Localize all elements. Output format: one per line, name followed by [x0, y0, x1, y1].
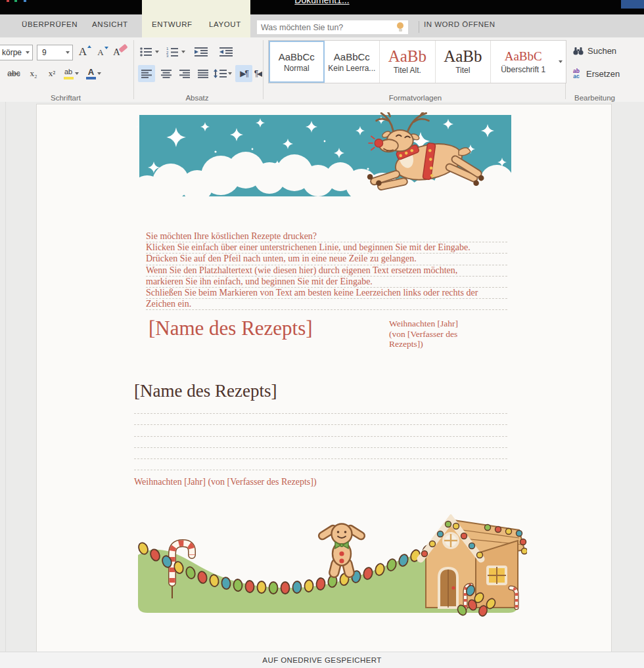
ltr-paragraph-button[interactable]: ▶¶: [235, 65, 252, 82]
decrease-indent-icon: [195, 47, 208, 57]
highlight-button[interactable]: ab: [62, 66, 81, 81]
tab-ansicht[interactable]: ANSICHT: [92, 20, 128, 32]
chevron-down-icon[interactable]: [155, 51, 159, 53]
blank-line[interactable]: [134, 437, 507, 448]
blank-line[interactable]: [134, 403, 507, 414]
align-left-icon: [141, 70, 152, 78]
document-title[interactable]: Dokument1...: [0, 0, 644, 5]
document-canvas: Sie möchten Ihre köstlichen Rezepte druc…: [0, 102, 644, 652]
caret-up-icon: [87, 45, 91, 48]
superscript-icon: x²: [49, 68, 55, 79]
line-spacing-button[interactable]: [213, 65, 233, 82]
shrink-font-button[interactable]: A: [95, 45, 110, 60]
style-sample: AaBb: [444, 49, 482, 64]
word-online-window: Dokument1... ÜBERPRÜFEN ANSICHT ENTWURF …: [0, 0, 644, 668]
chevron-down-icon: [559, 60, 563, 63]
recipe-title-placeholder[interactable]: [Name des Rezepts]: [149, 317, 313, 340]
style-card-no-spacing[interactable]: AaBbCc Kein Leerra...: [325, 41, 380, 83]
byline-right[interactable]: Weihnachten [Jahr] (von [Verfasser des R…: [389, 319, 458, 349]
font-name-combo[interactable]: körpe: [0, 45, 33, 60]
style-card-heading1[interactable]: AaBbC Überschrift 1: [491, 41, 555, 83]
styles-gallery-more-button[interactable]: [555, 41, 566, 83]
byline-line[interactable]: Rezepts]): [389, 339, 458, 349]
status-bar: AUF ONEDRIVE GESPEICHERT: [0, 652, 644, 668]
align-right-button[interactable]: [176, 65, 193, 82]
eraser-icon: [118, 43, 127, 53]
font-color-icon: A: [88, 67, 94, 77]
blank-line[interactable]: [134, 448, 507, 459]
style-card-title-alt[interactable]: AaBb Titel Alt.: [380, 41, 436, 83]
replace-button[interactable]: ab ac Ersetzen: [570, 66, 620, 81]
highlight-color-bar: [64, 77, 74, 79]
byline-line[interactable]: (von [Verfasser des: [389, 329, 458, 340]
instruction-paragraphs[interactable]: Sie möchten Ihre köstlichen Rezepte druc…: [146, 231, 507, 310]
instruction-line[interactable]: markieren Sie ihn einfach, und beginnen …: [146, 277, 507, 288]
tab-ueberpruefen[interactable]: ÜBERPRÜFEN: [22, 20, 78, 32]
increase-indent-button[interactable]: [217, 44, 235, 60]
superscript-button[interactable]: x²: [43, 66, 60, 81]
line-spacing-icon: [214, 69, 227, 78]
subscript-icon: x₂: [30, 68, 37, 79]
group-label-font: Schriftart: [13, 94, 118, 102]
open-in-word-button[interactable]: IN WORD ÖFFNEN: [424, 20, 495, 32]
replace-label: Ersetzen: [586, 69, 620, 79]
style-name: Überschrift 1: [501, 65, 545, 74]
subscript-button[interactable]: x₂: [25, 66, 42, 81]
blank-line[interactable]: [134, 459, 507, 470]
byline-bottom[interactable]: Weihnachten [Jahr] (von [Verfasser des R…: [134, 477, 317, 487]
empty-recipe-lines[interactable]: [134, 403, 507, 470]
binoculars-icon: [573, 46, 584, 56]
bullet-list-button[interactable]: [138, 44, 154, 60]
recipe-title-body-placeholder[interactable]: [Name des Rezepts]: [134, 381, 277, 401]
chevron-down-icon: [75, 72, 79, 75]
instruction-line[interactable]: Wenn Sie den Platzhaltertext (wie diesen…: [146, 265, 507, 277]
svg-text:3: 3: [166, 54, 169, 57]
align-right-icon: [179, 70, 190, 78]
numbered-list-icon: 1 2 3: [166, 47, 178, 57]
tab-entwurf[interactable]: ENTWURF: [152, 20, 193, 32]
style-card-normal[interactable]: AaBbCc Normal: [269, 41, 325, 83]
rtl-paragraph-button[interactable]: ¶◀: [254, 65, 262, 82]
style-sample: AaBb: [388, 49, 426, 64]
group-label-styles: Formatvorlagen: [363, 94, 468, 102]
blank-line[interactable]: [134, 425, 507, 436]
lightbulb-icon: [396, 22, 404, 33]
shrink-font-icon: A: [97, 47, 103, 58]
align-left-button[interactable]: [138, 65, 155, 82]
clear-formatting-button[interactable]: A: [112, 43, 130, 60]
style-name: Titel Alt.: [394, 66, 421, 75]
font-color-button[interactable]: A: [84, 66, 105, 81]
grow-font-button[interactable]: A: [76, 43, 93, 60]
tab-layout[interactable]: LAYOUT: [209, 20, 241, 32]
align-center-icon: [161, 70, 172, 78]
search-input[interactable]: [257, 23, 396, 32]
find-button[interactable]: Suchen: [573, 44, 616, 57]
byline-line[interactable]: Weihnachten [Jahr]: [389, 319, 458, 329]
strikethrough-button[interactable]: abc: [4, 66, 24, 81]
font-size-combo[interactable]: 9: [37, 45, 73, 60]
word-app-chip[interactable]: [621, 0, 644, 9]
chevron-down-icon: [97, 72, 101, 75]
replace-icon: ab ac: [570, 68, 582, 79]
blank-line[interactable]: [134, 414, 507, 425]
gingerbread-man-icon: [317, 524, 366, 579]
justify-button[interactable]: [195, 65, 212, 82]
instruction-line[interactable]: Sie möchten Ihre köstlichen Rezepte druc…: [146, 231, 507, 242]
instruction-line[interactable]: Zeichen ein.: [146, 299, 507, 310]
decrease-indent-button[interactable]: [192, 44, 210, 60]
tell-me-search[interactable]: [257, 20, 408, 34]
align-center-button[interactable]: [158, 65, 175, 82]
instruction-line[interactable]: Schließen Sie beim Markieren von Text am…: [146, 288, 507, 299]
style-card-title[interactable]: AaBb Titel: [436, 41, 492, 83]
group-label-paragraph: Absatz: [145, 94, 250, 102]
instruction-line[interactable]: Klicken Sie einfach über einer unterstri…: [146, 242, 507, 254]
strikethrough-icon: abc: [7, 69, 20, 78]
increase-indent-icon: [219, 47, 233, 57]
highlight-icon: ab: [64, 68, 72, 76]
numbered-list-button[interactable]: 1 2 3: [164, 44, 180, 60]
instruction-line[interactable]: Drücken Sie auf den Pfeil nach unten, um…: [146, 254, 507, 265]
font-color-bar: [86, 77, 96, 79]
chevron-down-icon[interactable]: [181, 51, 185, 53]
style-sample: AaBbC: [505, 49, 542, 64]
chevron-down-icon: [26, 51, 30, 54]
